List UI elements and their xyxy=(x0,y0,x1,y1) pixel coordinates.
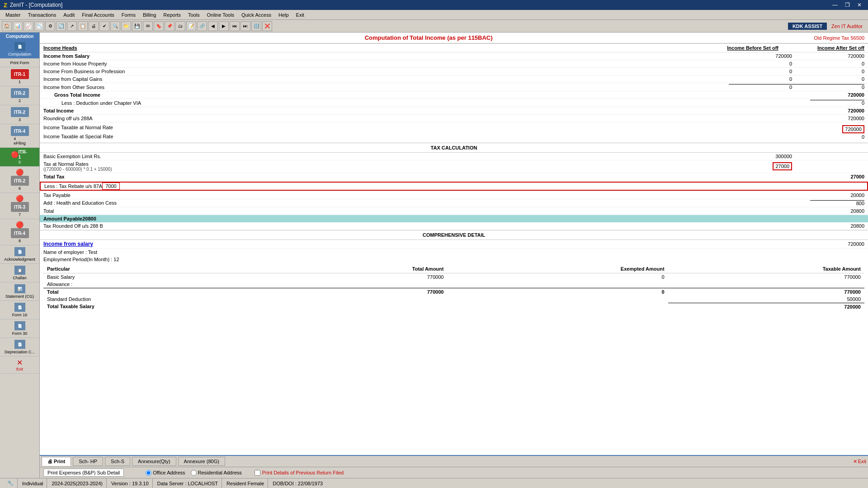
tab-print[interactable]: 🖨 Print xyxy=(42,457,71,466)
income-house-after: 0 xyxy=(810,61,864,66)
toolbar-btn-20[interactable]: ◀ xyxy=(208,21,218,31)
sidebar-acknowledgment[interactable]: 📄 Acknowledgment xyxy=(0,245,39,264)
std-deduction-row: Standard Deduction 50000 xyxy=(43,296,864,303)
toolbar-btn-13[interactable]: 💾 xyxy=(132,21,142,31)
print-details-checkbox[interactable] xyxy=(255,470,260,476)
toolbar-btn-4[interactable]: 📉 xyxy=(34,21,44,31)
sidebar-challan[interactable]: 📋 Challan xyxy=(0,264,39,282)
itr3-label: 3 xyxy=(19,117,21,122)
itr3-badge: ITR-2 xyxy=(11,107,29,117)
total-income-row: Total Income 720000 xyxy=(40,107,868,115)
menu-billing[interactable]: Billing xyxy=(139,11,160,19)
sidebar-depreciation[interactable]: 📄 Depreciation C... xyxy=(0,338,39,357)
menu-online-tools[interactable]: Online Tools xyxy=(203,11,238,19)
computation-content-title: Computation of Total Income (as per 115B… xyxy=(43,34,814,41)
tab-annexure-qty[interactable]: Annexure(Qty) xyxy=(132,457,176,466)
sidebar-itr-1-red[interactable]: ITR-1 1 xyxy=(0,67,39,86)
sidebar-itr-3[interactable]: ITR-2 3 xyxy=(0,105,39,124)
residential-address-input[interactable] xyxy=(191,470,197,476)
sidebar-itr-4-green[interactable]: 🔴 ITR-4 8 xyxy=(0,219,39,245)
challan-label: Challan xyxy=(13,276,27,280)
menu-master[interactable]: Master xyxy=(2,11,24,19)
status-icon: 🔧 xyxy=(4,479,18,488)
status-server: Data Server : LOCALHOST xyxy=(154,479,222,488)
menu-forms[interactable]: Forms xyxy=(118,11,139,19)
sidebar-form30[interactable]: 📄 Form 30 xyxy=(0,319,39,338)
allowance-total xyxy=(280,281,448,288)
total-tax-value: 27000 xyxy=(810,174,864,179)
income-business-row: Income From Business or Profession 0 0 xyxy=(40,68,868,75)
restore-button[interactable]: ❐ xyxy=(842,2,853,8)
itr4-badge: ITR-4 xyxy=(11,126,29,136)
title-bar-controls: — ❐ ✕ xyxy=(830,2,864,8)
menu-tools[interactable]: Tools xyxy=(184,11,203,19)
residential-address-radio[interactable]: Residential Address xyxy=(191,470,242,476)
toolbar-btn-19[interactable]: 🔗 xyxy=(197,21,207,31)
acknowledgment-label: Acknowledgment xyxy=(4,257,35,262)
particular-header: Particular xyxy=(43,265,280,273)
toolbar-btn-10[interactable]: ✔ xyxy=(99,21,109,31)
toolbar-btn-8[interactable]: 📋 xyxy=(78,21,88,31)
tab-annexure-80g[interactable]: Annexure (80G) xyxy=(178,457,225,466)
toolbar-btn-12[interactable]: 📁 xyxy=(121,21,131,31)
toolbar-btn-17[interactable]: 🗂 xyxy=(175,21,185,31)
office-address-input[interactable] xyxy=(146,470,151,476)
acknowledgment-icon: 📄 xyxy=(14,247,25,256)
exit-button[interactable]: ✕ Exit xyxy=(853,459,866,465)
total-amount-header: Total Amount xyxy=(280,265,448,273)
sidebar-itr-3-green[interactable]: 🔴 ITR-3 7 xyxy=(0,193,39,219)
sidebar-itr-2[interactable]: ITR-2 2 xyxy=(0,86,39,105)
sidebar-computation-item[interactable]: 📄 Computation xyxy=(0,40,39,59)
toolbar-btn-9[interactable]: 🖨 xyxy=(89,21,99,31)
toolbar-btn-7[interactable]: ↗ xyxy=(67,21,77,31)
sidebar-exit[interactable]: ✕ Exit xyxy=(0,357,39,374)
toolbar-btn-23[interactable]: ⏭ xyxy=(241,21,250,31)
toolbar-btn-16[interactable]: 📌 xyxy=(165,21,175,31)
toolbar-btn-21[interactable]: ▶ xyxy=(219,21,229,31)
menu-final-accounts[interactable]: Final Accounts xyxy=(78,11,118,19)
gross-total-label: Gross Total Income xyxy=(43,92,729,98)
sidebar-print-form[interactable]: Print Form xyxy=(0,59,39,67)
tab-sch-hp[interactable]: Sch- HP xyxy=(73,457,103,466)
health-cess-row: Add : Health and Education Cess 800 xyxy=(40,199,868,207)
toolbar-btn-18[interactable]: 📝 xyxy=(186,21,196,31)
less-deduction-after: 0 xyxy=(810,100,864,106)
menu-transactions[interactable]: Transactions xyxy=(24,11,60,19)
toolbar-btn-14[interactable]: ✉ xyxy=(143,21,153,31)
toolbar-btn-25[interactable]: ❌ xyxy=(262,21,272,31)
toolbar-btn-3[interactable]: 📈 xyxy=(24,21,33,31)
toolbar-btn-11[interactable]: 🔍 xyxy=(110,21,120,31)
status-type: Individual xyxy=(19,479,47,488)
close-button[interactable]: ✕ xyxy=(854,2,864,8)
sidebar-itr-2-green[interactable]: 🔴 ITR-2 6 xyxy=(0,167,39,193)
sidebar-form16[interactable]: 📄 Form 16 xyxy=(0,301,39,319)
content-header: Computation of Total Income (as per 115B… xyxy=(40,33,868,44)
office-address-radio[interactable]: Office Address xyxy=(146,470,185,476)
toolbar-btn-6[interactable]: 🔄 xyxy=(56,21,66,31)
kdk-assist-button[interactable]: KDK ASSIST xyxy=(788,23,827,30)
sidebar-itr-4[interactable]: ITR-4 4eFiling xyxy=(0,124,39,148)
toolbar-btn-5[interactable]: ⚙ xyxy=(45,21,55,31)
menu-exit[interactable]: Exit xyxy=(292,11,308,19)
income-salary-before: 720000 xyxy=(729,53,810,59)
sidebar-statement-cg[interactable]: 📊 Statement (CG) xyxy=(0,282,39,301)
minimize-button[interactable]: — xyxy=(830,2,840,8)
tax-rounded-label: Tax Rounded Off u/s 288 B xyxy=(43,223,729,229)
menu-audit[interactable]: Audit xyxy=(60,11,78,19)
toolbar-btn-24[interactable]: 🔢 xyxy=(251,21,261,31)
print-expenses-button[interactable]: Print Expenses (B&P) Sub Detail xyxy=(43,469,124,477)
menu-reports[interactable]: Reports xyxy=(160,11,184,19)
menu-quick-access[interactable]: Quick Access xyxy=(238,11,275,19)
toolbar-btn-15[interactable]: 🔖 xyxy=(154,21,164,31)
menu-help[interactable]: Help xyxy=(275,11,292,19)
toolbar-btn-22[interactable]: ⏮ xyxy=(230,21,240,31)
toolbar-btn-2[interactable]: 📊 xyxy=(13,21,23,31)
income-salary-after: 720000 xyxy=(810,53,864,59)
less-deduction-row: Less : Deduction under Chapter VIA 0 xyxy=(40,99,868,107)
challan-icon: 📋 xyxy=(14,266,25,275)
gross-total-row: Gross Total Income 720000 xyxy=(40,91,868,99)
allowance-exempt xyxy=(447,281,668,288)
toolbar-btn-1[interactable]: 🏠 xyxy=(2,21,12,31)
tab-sch-s[interactable]: Sch-S xyxy=(105,457,130,466)
sidebar-itr-1-green[interactable]: 🔴ITR-1 5 xyxy=(0,148,39,167)
